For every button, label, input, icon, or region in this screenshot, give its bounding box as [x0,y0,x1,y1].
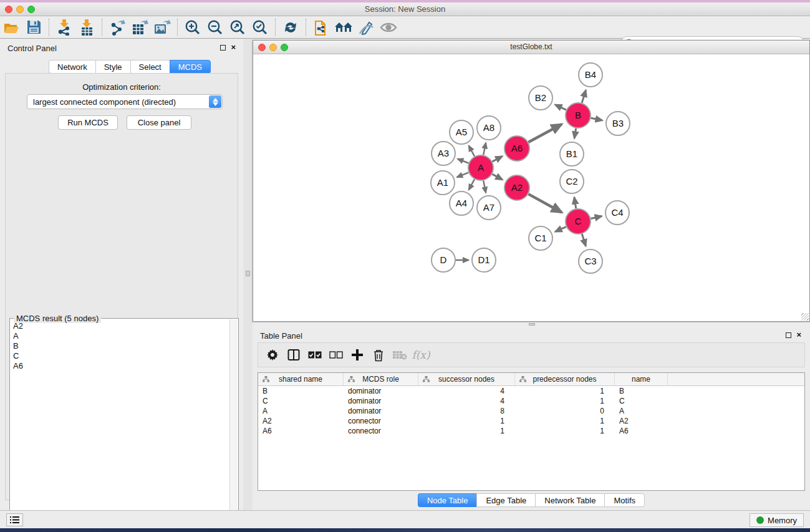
memory-button[interactable]: Memory [750,513,804,527]
result-list-item[interactable]: A6 [13,361,225,371]
result-list-item[interactable]: B [13,341,225,351]
tab-style[interactable]: Style [95,60,130,74]
table-cell[interactable]: 1 [418,416,515,426]
graph-edge[interactable] [582,90,586,102]
close-window-button[interactable] [5,6,12,13]
table-cell[interactable]: A [258,406,344,416]
graph-edge[interactable] [493,157,503,162]
open-session-button[interactable] [1,18,22,37]
zoom-out-button[interactable] [205,18,226,37]
table-cell[interactable]: 1 [515,396,615,406]
column-header-mcds-role[interactable]: MCDS role [344,373,418,385]
graph-edge[interactable] [469,146,475,157]
graph-edge[interactable] [555,105,566,110]
result-list-scrollbar[interactable] [229,319,238,527]
vertical-splitter[interactable] [243,39,253,510]
column-header-shared-name[interactable]: shared name [258,373,344,385]
network-window-titlebar[interactable]: testGlobe.txt [253,41,809,54]
column-header-predecessor-nodes[interactable]: predecessor nodes [515,373,615,385]
network-document-button[interactable] [311,18,332,37]
table-cell[interactable]: A [615,406,668,416]
graph-edge[interactable] [591,118,602,120]
network-graph[interactable]: AA1A2A3A4A5A6A7A8BB1B2B3B4CC1C2C3C4DD1 [253,54,809,321]
table-cell[interactable]: 1 [515,416,615,426]
graph-edge[interactable] [528,124,561,142]
select-all-checkboxes-button[interactable] [306,346,324,364]
table-cell[interactable]: 0 [515,406,615,416]
delete-column-button[interactable] [369,346,388,364]
export-image-button[interactable] [152,18,173,37]
delete-table-button[interactable] [390,346,409,364]
table-cell[interactable]: A6 [615,426,668,436]
task-history-button[interactable] [6,513,23,526]
table-cell[interactable]: A2 [258,416,344,426]
export-table-button[interactable] [129,18,150,37]
add-column-button[interactable] [348,346,367,364]
table-cell[interactable]: connector [344,416,418,426]
column-header-name[interactable]: name [615,373,668,385]
close-network-button[interactable] [258,44,266,51]
tab-mcds[interactable]: MCDS [170,60,211,74]
table-cell[interactable]: C [258,396,344,406]
save-session-button[interactable] [23,18,44,37]
tab-network[interactable]: Network [49,60,95,74]
tab-select[interactable]: Select [130,60,170,74]
network-resize-grip[interactable] [801,313,809,321]
table-row[interactable]: Adominator80A [258,406,804,416]
float-panel-icon[interactable] [220,45,226,51]
float-panel-icon[interactable] [786,332,791,338]
graph-edge[interactable] [574,128,576,138]
close-panel-icon[interactable]: × [796,330,801,339]
table-settings-button[interactable] [263,346,282,364]
graph-edge[interactable] [483,143,486,155]
column-layout-button[interactable] [284,346,303,364]
run-mcds-button[interactable]: Run MCDS [58,115,118,130]
home-views-button[interactable] [333,18,354,37]
graph-edge[interactable] [591,216,602,219]
eye-button[interactable] [378,18,399,37]
result-list-item[interactable]: C [13,351,225,361]
graph-edge[interactable] [458,159,469,163]
table-cell[interactable]: A2 [615,416,668,426]
function-builder-button[interactable]: f(x) [412,346,430,364]
graph-edge[interactable] [582,234,586,246]
table-cell[interactable]: B [615,386,668,396]
table-cell[interactable]: 4 [418,386,515,396]
table-cell[interactable]: 4 [418,396,515,406]
splitter-handle[interactable] [246,271,250,276]
table-row[interactable]: A2connector11A2 [258,416,804,426]
graph-edge[interactable] [469,179,475,190]
table-row[interactable]: A6connector11A6 [258,426,804,436]
refresh-button[interactable] [280,18,301,37]
export-network-button[interactable] [107,18,128,37]
import-network-button[interactable] [54,18,75,37]
mcds-result-list[interactable]: A2ABCA6 [11,321,225,527]
table-cell[interactable]: dominator [344,406,418,416]
annotation-pen-button[interactable] [355,18,377,37]
splitter-handle[interactable] [529,323,535,326]
minimize-network-button[interactable] [269,44,277,51]
table-cell[interactable]: B [258,386,344,396]
graph-edge[interactable] [457,173,469,177]
minimize-window-button[interactable] [16,6,24,13]
maximize-network-button[interactable] [281,44,288,51]
graph-edge[interactable] [528,194,561,212]
tab-edge-table[interactable]: Edge Table [476,493,535,507]
network-canvas[interactable]: AA1A2A3A4A5A6A7A8BB1B2B3B4CC1C2C3C4DD1 [253,54,809,321]
deselect-all-checkboxes-button[interactable] [327,346,345,364]
column-header-successor-nodes[interactable]: successor nodes [418,373,515,385]
optimization-criterion-dropdown[interactable]: largest connected component (directed) [27,94,223,109]
table-cell[interactable]: dominator [344,396,418,406]
graph-edge[interactable] [574,197,576,208]
table-cell[interactable]: connector [344,426,418,436]
zoom-in-button[interactable] [182,18,203,37]
table-row[interactable]: Bdominator41B [258,386,804,396]
table-cell[interactable]: A6 [258,426,344,436]
graph-edge[interactable] [555,227,566,232]
import-table-button[interactable] [76,18,97,37]
table-row[interactable]: Cdominator41C [258,396,804,406]
result-list-item[interactable]: A2 [13,321,225,331]
table-cell[interactable]: 1 [515,426,615,436]
zoom-selected-button[interactable] [249,18,271,37]
close-panel-icon[interactable]: × [231,42,236,52]
